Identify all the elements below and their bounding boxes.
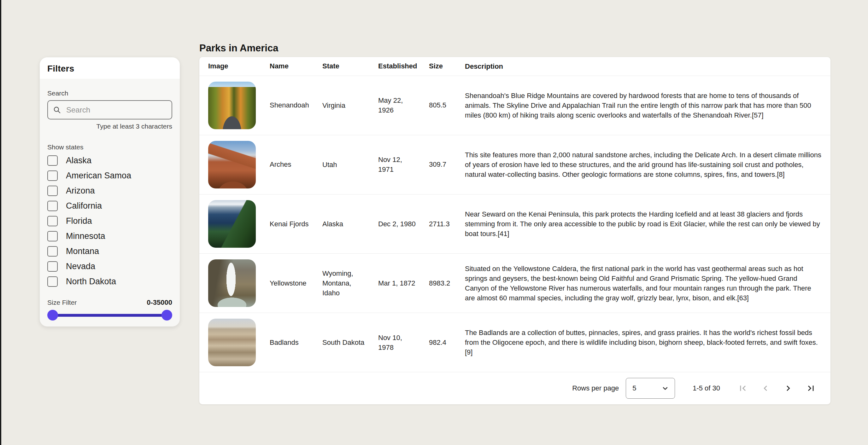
- first-page-icon: [737, 383, 748, 393]
- checkbox-montana[interactable]: [47, 246, 58, 256]
- park-size: 2711.3: [429, 220, 465, 228]
- park-name: Kenai Fjords: [270, 220, 322, 228]
- park-established: Mar 1, 1872: [378, 278, 418, 288]
- table-row-kenai-fjords: Kenai Fjords Alaska Dec 2, 1980 2711.3 N…: [199, 194, 831, 253]
- state-option-label: Arizona: [66, 186, 95, 196]
- park-name: Arches: [270, 161, 322, 169]
- column-header-name: Name: [270, 62, 322, 70]
- park-name: Badlands: [270, 339, 322, 347]
- size-filter-label: Size Filter: [47, 299, 76, 306]
- state-option-montana: Montana: [47, 244, 172, 259]
- slider-track[interactable]: [50, 314, 170, 317]
- table-row-yellowstone: Yellowstone Wyoming, Montana, Idaho Mar …: [199, 253, 831, 313]
- state-option-label: Nevada: [66, 262, 95, 271]
- filters-header: Filters: [40, 57, 180, 79]
- park-size: 805.5: [429, 101, 465, 109]
- states-group-label: Show states: [47, 143, 172, 151]
- park-description: Shenandoah's Blue Ridge Mountains are co…: [465, 91, 822, 120]
- table-row-badlands: Badlands South Dakota Nov 10, 1978 982.4…: [199, 313, 831, 372]
- table-header-row: Image Name State Established Size Descri…: [199, 57, 831, 76]
- column-header-size: Size: [429, 62, 465, 70]
- park-name: Shenandoah: [270, 101, 322, 109]
- search-label: Search: [47, 90, 172, 97]
- state-option-florida: Florida: [47, 213, 172, 229]
- park-state: Alaska: [322, 219, 370, 229]
- state-option-label: Montana: [66, 246, 99, 256]
- column-header-description: Description: [465, 62, 822, 71]
- park-state: Virginia: [322, 101, 370, 110]
- search-helper-text: Type at least 3 characters: [47, 123, 172, 130]
- table-pagination: Rows per page 5 1-5 of 30: [199, 372, 831, 404]
- search-input[interactable]: [66, 105, 166, 115]
- parks-app: { "page": { "title": "Parks in America" …: [0, 0, 868, 445]
- last-page-icon: [806, 383, 816, 393]
- state-option-american-samoa: American Samoa: [47, 168, 172, 183]
- checkbox-minnesota[interactable]: [47, 231, 58, 241]
- rows-per-page-value: 5: [632, 384, 636, 392]
- filters-title: Filters: [47, 64, 172, 74]
- checkbox-nevada[interactable]: [47, 261, 58, 272]
- park-image-badlands: [208, 319, 256, 366]
- state-option-california: California: [47, 198, 172, 213]
- park-name: Yellowstone: [270, 279, 322, 287]
- table-row-shenandoah: Shenandoah Virginia May 22, 1926 805.5 S…: [199, 76, 831, 135]
- state-option-arizona: Arizona: [47, 183, 172, 198]
- previous-page-button[interactable]: [760, 383, 771, 394]
- next-page-button[interactable]: [782, 383, 794, 394]
- checkbox-california[interactable]: [47, 201, 58, 211]
- park-size: 982.4: [429, 339, 465, 347]
- checkbox-american-samoa[interactable]: [47, 171, 58, 181]
- park-established: Nov 10, 1978: [378, 333, 418, 352]
- screen-left-edge: [0, 0, 1, 445]
- park-description: This site features more than 2,000 natur…: [465, 150, 822, 179]
- state-option-label: American Samoa: [66, 171, 131, 180]
- checkbox-alaska[interactable]: [47, 156, 58, 166]
- first-page-button[interactable]: [737, 383, 748, 394]
- checkbox-north-dakota[interactable]: [47, 276, 58, 287]
- state-option-label: North Dakota: [66, 277, 116, 286]
- size-filter-group: Size Filter 0-35000: [47, 299, 172, 320]
- rows-per-page-select[interactable]: 5: [626, 378, 675, 399]
- column-header-established: Established: [378, 62, 429, 70]
- rows-per-page-label: Rows per page: [572, 384, 619, 392]
- state-option-label: Minnesota: [66, 231, 105, 241]
- states-filter-group: Show states Alaska American Samoa Arizon…: [47, 143, 172, 289]
- park-description: Situated on the Yellowstone Caldera, the…: [465, 264, 822, 303]
- checkbox-florida[interactable]: [47, 216, 58, 226]
- state-option-alaska: Alaska: [47, 153, 172, 168]
- size-range-slider: [47, 310, 172, 320]
- park-description: Near Seward on the Kenai Peninsula, this…: [465, 209, 822, 239]
- filters-panel: Filters Search Type at least 3 character…: [40, 57, 180, 327]
- park-state: Utah: [322, 160, 370, 170]
- park-size: 309.7: [429, 161, 465, 169]
- last-page-button[interactable]: [805, 383, 816, 394]
- search-icon: [53, 106, 61, 114]
- slider-thumb-min[interactable]: [47, 310, 58, 320]
- state-option-label: Florida: [66, 216, 92, 226]
- filters-body: Search Type at least 3 characters Show s…: [40, 90, 180, 320]
- size-filter-range-value: 0-35000: [147, 299, 172, 307]
- slider-thumb-max[interactable]: [161, 310, 172, 320]
- park-image-kenai-fjords: [208, 200, 256, 248]
- park-state: South Dakota: [322, 338, 370, 347]
- column-header-state: State: [322, 62, 378, 70]
- state-option-label: Alaska: [66, 156, 91, 166]
- page-title: Parks in America: [199, 42, 278, 54]
- park-description: The Badlands are a collection of buttes,…: [465, 328, 822, 357]
- park-image-arches: [208, 141, 256, 189]
- parks-table: Image Name State Established Size Descri…: [199, 57, 831, 404]
- state-option-north-dakota: North Dakota: [47, 274, 172, 289]
- pagination-range-label: 1-5 of 30: [693, 384, 720, 392]
- park-state: Wyoming, Montana, Idaho: [322, 269, 370, 298]
- park-established: Dec 2, 1980: [378, 219, 418, 229]
- park-established: May 22, 1926: [378, 96, 418, 115]
- next-page-icon: [783, 383, 794, 393]
- park-size: 8983.2: [429, 279, 465, 287]
- table-row-arches: Arches Utah Nov 12, 1971 309.7 This site…: [199, 135, 831, 194]
- state-option-label: California: [66, 201, 102, 211]
- state-option-minnesota: Minnesota: [47, 229, 172, 244]
- checkbox-arizona[interactable]: [47, 185, 58, 196]
- chevron-down-icon: [661, 384, 670, 393]
- search-box[interactable]: [47, 100, 172, 119]
- state-option-nevada: Nevada: [47, 259, 172, 274]
